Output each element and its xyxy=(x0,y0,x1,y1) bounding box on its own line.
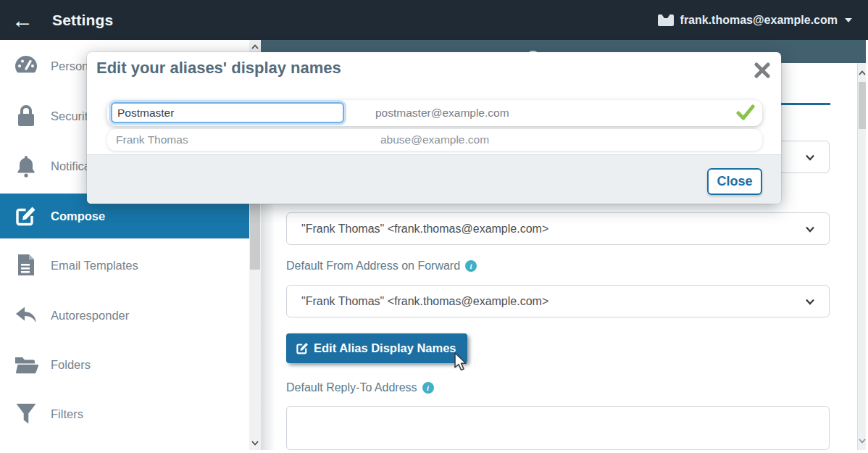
edit-alias-display-names-button[interactable]: Edit Alias Display Names xyxy=(286,333,467,363)
edit-aliases-modal: Edit your aliases' display names postmas… xyxy=(87,52,781,204)
sidebar-item-label: Filters xyxy=(51,407,83,421)
folder-icon xyxy=(13,352,39,377)
check-icon xyxy=(736,104,755,123)
chevron-down-icon xyxy=(804,151,816,166)
account-menu[interactable]: frank.thomas@example.com xyxy=(657,0,852,40)
chevron-down-icon xyxy=(804,223,816,238)
modal-footer: Close xyxy=(87,154,781,204)
alias-email: postmaster@example.com xyxy=(375,107,509,120)
reply-to-label: Default Reply-To Address xyxy=(286,381,417,394)
main-scrollbar[interactable] xyxy=(857,63,866,450)
reply-icon xyxy=(13,303,39,328)
chevron-down-icon xyxy=(845,18,852,22)
from-forward-select[interactable]: "Frank Thomas" <frank.thomas@example.com… xyxy=(286,285,830,317)
account-email: frank.thomas@example.com xyxy=(680,14,838,27)
alias-name-input[interactable] xyxy=(111,102,344,123)
lock-icon xyxy=(13,104,39,128)
scroll-up-icon[interactable] xyxy=(249,41,261,51)
scroll-down-icon[interactable] xyxy=(249,438,261,448)
alias-row: postmaster@example.com xyxy=(107,100,762,126)
scroll-down-icon[interactable] xyxy=(858,436,867,446)
settings-window: ← Settings frank.thomas@example.com xyxy=(0,0,868,453)
compose-icon xyxy=(13,204,39,228)
document-icon xyxy=(13,253,39,278)
alias-row[interactable]: Frank Thomas abuse@example.com xyxy=(107,129,762,151)
topbar: ← Settings frank.thomas@example.com xyxy=(0,0,868,40)
chevron-down-icon xyxy=(804,296,816,310)
scrollbar-thumb[interactable] xyxy=(859,82,866,129)
edit-icon xyxy=(295,341,309,356)
alias-email: abuse@example.com xyxy=(107,133,762,146)
reply-to-label-row: Default Reply-To Address i xyxy=(286,381,434,394)
reply-to-input[interactable] xyxy=(286,406,830,450)
modal-title: Edit your aliases' display names xyxy=(96,59,341,78)
gauge-icon xyxy=(13,54,39,78)
info-icon[interactable]: i xyxy=(465,260,477,272)
sidebar-item-email-templates[interactable]: Email Templates xyxy=(0,243,249,288)
scroll-up-icon[interactable] xyxy=(858,67,867,78)
close-button[interactable]: Close xyxy=(707,168,762,195)
sidebar-item-autoresponder[interactable]: Autoresponder xyxy=(0,293,249,338)
sidebar-item-label: Autoresponder xyxy=(51,309,129,323)
close-icon[interactable] xyxy=(754,62,771,79)
sidebar-item-folders[interactable]: Folders xyxy=(0,342,249,387)
edit-alias-button-label: Edit Alias Display Names xyxy=(314,341,456,355)
sidebar-item-label: Folders xyxy=(51,358,91,372)
from-address-select[interactable]: "Frank Thomas" <frank.thomas@example.com… xyxy=(286,212,830,245)
sidebar-item-label: Email Templates xyxy=(51,259,138,273)
from-forward-label-row: Default From Address on Forward i xyxy=(286,259,477,273)
info-icon[interactable]: i xyxy=(422,382,434,394)
mailbox-icon xyxy=(657,8,675,33)
bell-icon xyxy=(13,154,39,178)
sidebar-item-label: Compose xyxy=(51,209,105,223)
back-icon[interactable]: ← xyxy=(12,9,33,31)
page-title: Settings xyxy=(52,12,113,29)
from-forward-label: Default From Address on Forward xyxy=(286,259,460,273)
sidebar-item-filters[interactable]: Filters xyxy=(0,391,249,436)
filter-icon xyxy=(13,402,39,426)
from-forward-value: "Frank Thomas" <frank.thomas@example.com… xyxy=(301,295,548,308)
from-address-value: "Frank Thomas" <frank.thomas@example.com… xyxy=(301,223,548,236)
